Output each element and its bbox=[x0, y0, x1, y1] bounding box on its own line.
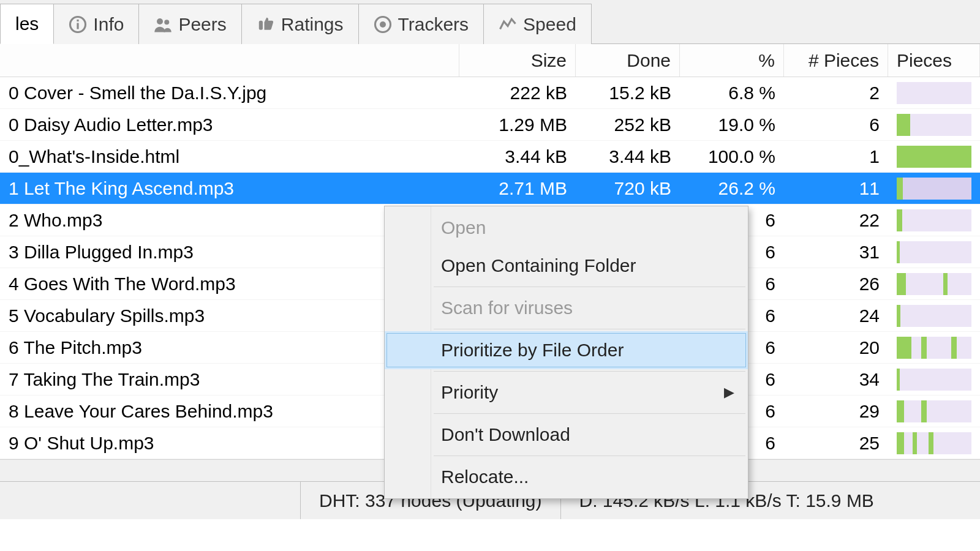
tab-label: les bbox=[15, 13, 39, 34]
menu-item-label: Don't Download bbox=[441, 424, 570, 445]
info-icon bbox=[69, 15, 87, 34]
pieces-bar bbox=[897, 82, 971, 104]
cell-npieces: 2 bbox=[784, 77, 888, 108]
cell-npieces: 6 bbox=[784, 109, 888, 140]
cell-percent: 19.0 % bbox=[680, 109, 784, 140]
table-row[interactable]: 1 Let The King Ascend.mp32.71 MB720 kB26… bbox=[0, 173, 980, 204]
cell-pieces bbox=[888, 427, 980, 459]
cell-pieces bbox=[888, 364, 980, 395]
tab-label: Speed bbox=[523, 14, 576, 35]
table-row[interactable]: 0 Cover - Smell the Da.I.S.Y.jpg222 kB15… bbox=[0, 77, 980, 109]
status-spacer bbox=[0, 482, 300, 519]
svg-rect-1 bbox=[77, 23, 79, 29]
cell-percent: 26.2 % bbox=[680, 173, 784, 204]
cell-pieces bbox=[888, 141, 980, 172]
cell-npieces: 22 bbox=[784, 204, 888, 236]
cell-pieces bbox=[888, 332, 980, 363]
cell-npieces: 20 bbox=[784, 332, 888, 363]
cell-pieces bbox=[888, 77, 980, 108]
cell-name: 0 Cover - Smell the Da.I.S.Y.jpg bbox=[0, 77, 459, 108]
cell-pieces bbox=[888, 204, 980, 236]
tab-trackers[interactable]: Trackers bbox=[358, 4, 484, 44]
submenu-arrow-icon: ▶ bbox=[724, 384, 734, 400]
menu-item-label: Relocate... bbox=[441, 467, 529, 487]
cell-npieces: 29 bbox=[784, 395, 888, 427]
pieces-bar bbox=[897, 432, 971, 454]
menu-item-prioritize-by-file-order[interactable]: Prioritize by File Order bbox=[385, 331, 748, 369]
pieces-bar bbox=[897, 209, 971, 231]
ratings-icon bbox=[257, 15, 275, 34]
speed-icon bbox=[499, 15, 517, 34]
cell-size: 1.29 MB bbox=[459, 109, 576, 140]
trackers-icon bbox=[374, 15, 392, 34]
pieces-bar bbox=[897, 305, 971, 327]
peers-icon bbox=[154, 15, 172, 34]
cell-npieces: 26 bbox=[784, 268, 888, 299]
menu-item-open: Open bbox=[385, 209, 748, 247]
menu-item-label: Open bbox=[441, 217, 486, 238]
tab-strip: lesInfoPeersRatingsTrackersSpeed bbox=[0, 0, 980, 44]
tab-label: Peers bbox=[178, 14, 226, 35]
cell-size: 222 kB bbox=[459, 77, 576, 108]
menu-item-open-containing-folder[interactable]: Open Containing Folder bbox=[385, 247, 748, 285]
pieces-bar bbox=[897, 369, 971, 391]
cell-name: 1 Let The King Ascend.mp3 bbox=[0, 173, 459, 204]
menu-item-don-t-download[interactable]: Don't Download bbox=[385, 416, 748, 454]
svg-rect-5 bbox=[259, 20, 263, 29]
menu-item-label: Priority bbox=[441, 382, 498, 403]
cell-percent: 100.0 % bbox=[680, 141, 784, 172]
pieces-bar bbox=[897, 241, 971, 263]
tab-peers[interactable]: Peers bbox=[138, 4, 241, 44]
cell-done: 15.2 kB bbox=[576, 77, 680, 108]
col-npieces[interactable]: # Pieces bbox=[784, 44, 888, 77]
tab-ratings[interactable]: Ratings bbox=[241, 4, 359, 44]
col-pieces[interactable]: Pieces bbox=[888, 44, 980, 77]
menu-item-label: Open Containing Folder bbox=[441, 255, 636, 276]
menu-separator bbox=[434, 413, 745, 414]
tab-label: Ratings bbox=[281, 14, 344, 35]
cell-size: 2.71 MB bbox=[459, 173, 576, 204]
cell-pieces bbox=[888, 109, 980, 140]
cell-npieces: 11 bbox=[784, 173, 888, 204]
menu-item-relocate[interactable]: Relocate... bbox=[385, 458, 748, 496]
tab-speed[interactable]: Speed bbox=[483, 4, 592, 44]
cell-done: 3.44 kB bbox=[576, 141, 680, 172]
pieces-bar bbox=[897, 400, 971, 422]
table-row[interactable]: 0 Daisy Audio Letter.mp31.29 MB252 kB19.… bbox=[0, 109, 980, 141]
tab-files[interactable]: les bbox=[0, 4, 54, 44]
svg-rect-2 bbox=[77, 19, 79, 21]
menu-separator bbox=[434, 329, 745, 329]
pieces-bar bbox=[897, 178, 971, 200]
col-done[interactable]: Done bbox=[576, 44, 680, 77]
pieces-bar bbox=[897, 114, 971, 136]
cell-done: 720 kB bbox=[576, 173, 680, 204]
tab-info[interactable]: Info bbox=[53, 4, 139, 44]
cell-npieces: 24 bbox=[784, 300, 888, 331]
cell-name: 0 Daisy Audio Letter.mp3 bbox=[0, 109, 459, 140]
cell-size: 3.44 kB bbox=[459, 141, 576, 172]
pieces-bar bbox=[897, 146, 971, 168]
menu-separator bbox=[434, 287, 745, 287]
col-percent[interactable]: % bbox=[680, 44, 784, 77]
cell-percent: 6.8 % bbox=[680, 77, 784, 108]
cell-pieces bbox=[888, 236, 980, 268]
cell-npieces: 1 bbox=[784, 141, 888, 172]
cell-pieces bbox=[888, 268, 980, 299]
cell-npieces: 25 bbox=[784, 427, 888, 459]
table-row[interactable]: 0_What's-Inside.html3.44 kB3.44 kB100.0 … bbox=[0, 141, 980, 173]
pieces-bar bbox=[897, 273, 971, 295]
pieces-bar bbox=[897, 337, 971, 359]
menu-item-label: Prioritize by File Order bbox=[441, 340, 624, 361]
menu-separator bbox=[434, 371, 745, 372]
menu-item-priority[interactable]: Priority▶ bbox=[385, 373, 748, 411]
col-size[interactable]: Size bbox=[459, 44, 576, 77]
svg-point-3 bbox=[157, 18, 163, 24]
cell-done: 252 kB bbox=[576, 109, 680, 140]
svg-point-4 bbox=[165, 20, 170, 24]
menu-item-label: Scan for viruses bbox=[441, 298, 573, 318]
col-name[interactable] bbox=[0, 44, 459, 77]
context-menu: OpenOpen Containing FolderScan for virus… bbox=[384, 206, 748, 499]
tab-label: Info bbox=[93, 14, 124, 35]
svg-point-7 bbox=[380, 21, 386, 28]
cell-npieces: 31 bbox=[784, 236, 888, 268]
